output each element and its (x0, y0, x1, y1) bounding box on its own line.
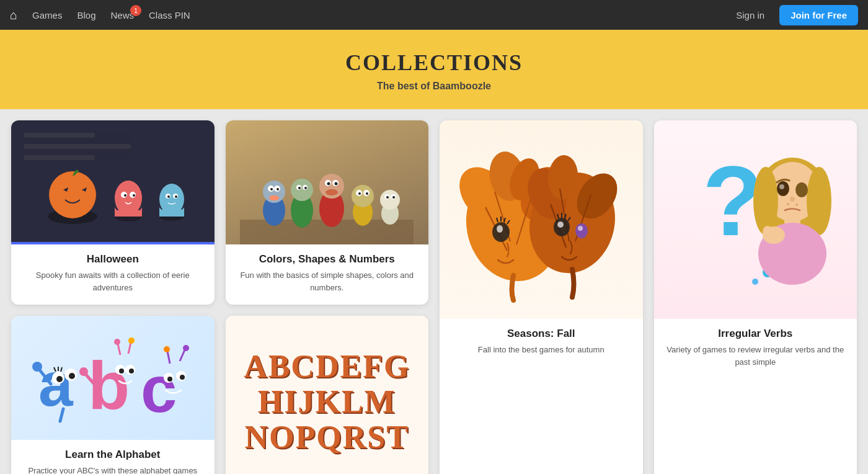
svg-point-29 (304, 187, 307, 189)
nav-games[interactable]: Games (32, 10, 62, 20)
svg-point-41 (358, 192, 361, 195)
svg-point-8 (124, 194, 126, 197)
svg-point-121 (167, 377, 172, 382)
svg-point-22 (277, 188, 279, 190)
card-alphabet-letters[interactable]: ABCDEFGHIJKLMNOPQRST (226, 316, 429, 474)
signin-link[interactable]: Sign in (736, 10, 764, 20)
card-alphabet-title: Learn the Alphabet (21, 449, 205, 461)
svg-line-116 (128, 342, 131, 354)
svg-point-76 (575, 223, 588, 238)
collections-grid: Halloween Spooky fun awaits with a colle… (0, 109, 868, 474)
svg-line-125 (180, 350, 185, 361)
home-icon[interactable]: ⌂ (10, 8, 17, 22)
nav-classpin[interactable]: Class PIN (149, 10, 190, 20)
hero-subtitle: The best of Baamboozle (0, 81, 868, 92)
svg-point-42 (366, 192, 368, 195)
nav-blog[interactable]: Blog (77, 10, 95, 20)
svg-point-90 (779, 184, 784, 189)
svg-point-1 (49, 171, 96, 218)
svg-point-94 (787, 203, 789, 205)
navbar: ⌂ Games Blog News 1 Class PIN Sign in Jo… (0, 0, 868, 30)
svg-point-48 (392, 196, 395, 199)
svg-text:c: c (141, 353, 177, 426)
svg-point-15 (175, 195, 177, 198)
alphabet-display: ABCDEFGHIJKLMNOPQRST (244, 349, 410, 455)
hero-title: COLLECTIONS (0, 50, 868, 76)
svg-point-71 (557, 221, 564, 228)
svg-point-126 (183, 345, 189, 351)
svg-point-77 (578, 226, 583, 231)
svg-point-28 (298, 187, 301, 189)
svg-point-99 (56, 376, 63, 382)
svg-point-85 (807, 167, 831, 235)
svg-point-122 (180, 375, 185, 380)
svg-point-25 (291, 179, 313, 201)
card-seasons-fall[interactable]: Seasons: Fall Fall into the best games f… (440, 120, 643, 474)
card-irregular-title: Irregular Verbs (664, 328, 848, 340)
svg-point-89 (795, 182, 808, 197)
svg-point-111 (129, 369, 134, 373)
svg-point-34 (327, 182, 330, 186)
svg-point-113 (79, 367, 88, 376)
svg-point-95 (795, 203, 798, 206)
svg-point-91 (790, 197, 795, 202)
card-colors-shapes[interactable]: Colors, Shapes & Numbers Fun with the ba… (226, 120, 429, 305)
card-colors-title: Colors, Shapes & Numbers (236, 253, 419, 266)
svg-point-23 (269, 195, 279, 200)
hero-banner: COLLECTIONS The best of Baamboozle (0, 30, 868, 109)
svg-point-44 (380, 190, 400, 210)
alphabet-illustration: a b (26, 319, 200, 437)
card-halloween-title: Halloween (21, 253, 205, 266)
join-free-button[interactable]: Join for Free (779, 5, 858, 25)
svg-point-100 (69, 373, 75, 379)
svg-point-84 (753, 167, 778, 235)
svg-point-14 (167, 195, 170, 198)
svg-point-110 (119, 369, 124, 373)
svg-point-9 (133, 194, 135, 197)
svg-point-117 (128, 338, 135, 344)
card-colors-desc: Fun with the basics of simple shapes, co… (236, 269, 419, 293)
svg-point-21 (270, 188, 273, 190)
svg-text:a: a (38, 349, 74, 419)
svg-point-38 (352, 185, 374, 207)
svg-point-93 (763, 226, 773, 238)
card-irregular-desc: Variety of games to review irregular ver… (664, 344, 848, 368)
card-learn-alphabet[interactable]: a b (11, 316, 215, 474)
card-fall-title: Seasons: Fall (450, 328, 633, 340)
svg-point-124 (164, 346, 170, 352)
svg-point-115 (114, 339, 120, 345)
news-badge: 1 (130, 5, 141, 16)
svg-point-105 (32, 362, 42, 372)
irregular-verbs-illustration: ? ? (665, 123, 845, 316)
svg-point-36 (326, 189, 338, 195)
card-alphabet-desc: Practice your ABC's with these alphabet … (21, 465, 205, 474)
svg-point-47 (386, 196, 389, 199)
card-halloween-desc: Spooky fun awaits with a collection of e… (21, 269, 205, 293)
card-fall-desc: Fall into the best games for autumn (450, 344, 633, 356)
colors-shapes-illustration (240, 120, 414, 244)
svg-point-58 (497, 225, 503, 233)
card-irregular-verbs[interactable]: ? ? (654, 120, 857, 474)
fall-illustration (451, 127, 631, 313)
svg-point-81 (752, 279, 758, 285)
svg-point-35 (335, 182, 338, 186)
card-halloween[interactable]: Halloween Spooky fun awaits with a colle… (11, 120, 215, 305)
